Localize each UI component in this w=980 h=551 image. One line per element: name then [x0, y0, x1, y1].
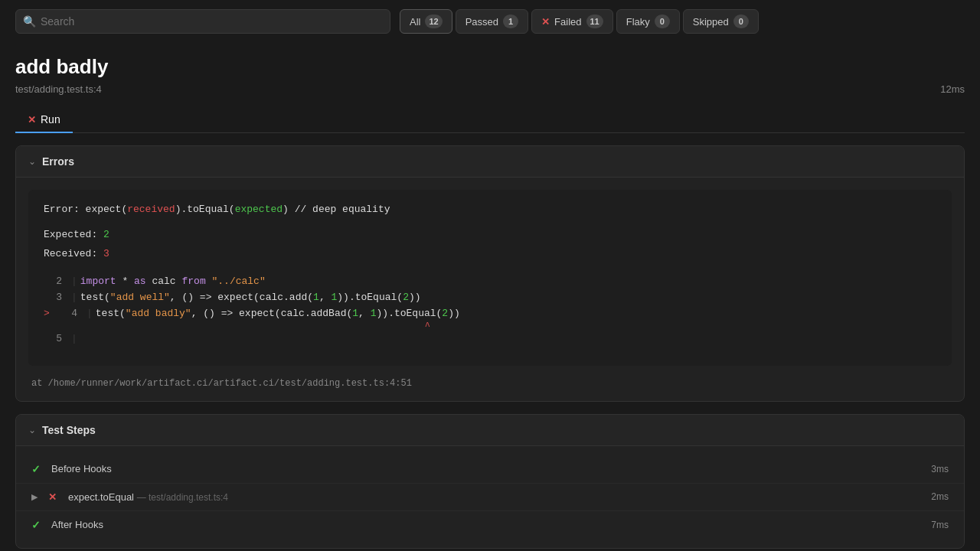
errors-section: ⌄ Errors Error: expect(received).toEqual… [15, 145, 965, 402]
line-content-3: test("add well", () => expect(calc.add(1… [80, 290, 936, 306]
step-before-hooks: ✓ Before Hooks 3ms [16, 455, 964, 484]
pipe-5: | [71, 331, 77, 347]
caret-indicator: ^ [96, 322, 936, 331]
expected-keyword: expected [235, 204, 283, 215]
step-expect-chevron-icon: ▶ [31, 492, 41, 502]
search-container: 🔍 [15, 9, 390, 34]
code-line-2: 2 | import * as calc from "../calc" [44, 274, 936, 290]
filter-skipped-button[interactable]: Skipped 0 [683, 9, 759, 34]
errors-section-title: Errors [42, 155, 74, 168]
filter-flaky-count: 0 [655, 15, 670, 28]
line-num-5: 5 [44, 331, 62, 347]
error-prefix: Error: expect( [44, 204, 127, 215]
filter-all-label: All [410, 16, 420, 28]
search-icon: 🔍 [23, 15, 36, 28]
failed-x-icon: ✕ [541, 16, 550, 28]
filter-passed-button[interactable]: Passed 1 [456, 9, 528, 34]
errors-section-header[interactable]: ⌄ Errors [16, 146, 964, 178]
filter-skipped-label: Skipped [693, 16, 729, 28]
import-path: "../calc" [212, 276, 266, 287]
step-before-hooks-duration: 3ms [931, 464, 949, 474]
toolbar: 🔍 All 12 Passed 1 ✕ Failed 11 Flaky 0 Sk… [0, 0, 980, 43]
line-num-4: 4 [59, 306, 77, 322]
test-title: add badly [15, 55, 965, 79]
test-steps-section-title: Test Steps [42, 424, 96, 436]
step-after-hooks-pass-icon: ✓ [31, 519, 44, 531]
error-code-block: Error: expect(received).toEqual(expected… [28, 190, 952, 366]
step-expect-fail-icon: ✕ [48, 491, 60, 503]
step-after-hooks: ✓ After Hooks 7ms [16, 511, 964, 539]
steps-list: ✓ Before Hooks 3ms ▶ ✕ expect.toEqual — … [16, 446, 964, 548]
import-kw: import [80, 276, 116, 287]
received-label: Received: [44, 248, 103, 259]
code-line-3: 3 | test("add well", () => expect(calc.a… [44, 290, 936, 306]
step-expect-label: expect.toEqual — test/adding.test.ts:4 [68, 491, 923, 503]
filter-passed-count: 1 [503, 15, 518, 28]
error-mid: ).toEqual( [175, 204, 235, 215]
step-after-hooks-duration: 7ms [931, 520, 949, 530]
received-keyword: received [127, 204, 175, 215]
error-suffix: ) // deep equality [283, 204, 390, 215]
step-expect-duration: 2ms [931, 491, 949, 502]
test-steps-section: ⌄ Test Steps ✓ Before Hooks 3ms ▶ ✕ expe… [15, 414, 965, 549]
expected-value: 2 [103, 229, 109, 240]
received-value: 3 [103, 248, 109, 259]
pipe-2: | [71, 274, 77, 290]
filter-failed-count: 11 [586, 15, 603, 28]
filter-flaky-label: Flaky [626, 16, 650, 28]
test-steps-section-header[interactable]: ⌄ Test Steps [16, 415, 964, 446]
line-num-3: 3 [44, 290, 62, 306]
errors-chevron-icon: ⌄ [28, 156, 36, 167]
tab-run-x-icon: ✕ [28, 114, 36, 126]
tab-run-label: Run [41, 113, 60, 126]
code-line-4: > 4 | test("add badly", () => expect(cal… [44, 306, 936, 331]
filter-failed-label: Failed [554, 16, 581, 28]
filter-skipped-count: 0 [733, 15, 749, 28]
pipe-3: | [71, 290, 77, 306]
filter-all-button[interactable]: All 12 [400, 9, 452, 34]
line-content-4: test("add badly", () => expect(calc.addB… [96, 306, 936, 331]
filter-buttons: All 12 Passed 1 ✕ Failed 11 Flaky 0 Skip… [400, 9, 759, 34]
main-content: add badly test/adding.test.ts:4 12ms ✕ R… [0, 43, 980, 551]
test-steps-chevron-icon: ⌄ [28, 425, 36, 435]
step-before-hooks-label: Before Hooks [51, 463, 923, 474]
step-expect-toequal[interactable]: ▶ ✕ expect.toEqual — test/adding.test.ts… [16, 484, 964, 511]
test-duration: 12ms [940, 83, 965, 95]
as-kw: as [134, 276, 146, 287]
line-content-5 [80, 331, 936, 347]
test-file: test/adding.test.ts:4 [15, 83, 102, 95]
filter-all-count: 12 [425, 15, 442, 28]
filter-failed-button[interactable]: ✕ Failed 11 [531, 9, 613, 34]
test-meta: test/adding.test.ts:4 12ms [15, 83, 965, 95]
at-path: at /home/runner/work/artifact.ci/artifac… [16, 378, 964, 401]
received-line: Received: 3 [44, 246, 936, 262]
pipe-4: | [87, 306, 93, 322]
step-before-hooks-pass-icon: ✓ [31, 463, 44, 475]
filter-passed-label: Passed [466, 16, 498, 28]
line-content-2: import * as calc from "../calc" [80, 274, 936, 290]
line-num-2: 2 [44, 274, 62, 290]
filter-flaky-button[interactable]: Flaky 0 [616, 9, 680, 34]
error-main-line: Error: expect(received).toEqual(expected… [44, 202, 936, 218]
tabs: ✕ Run [15, 107, 965, 133]
expected-line: Expected: 2 [44, 227, 936, 243]
tab-run[interactable]: ✕ Run [15, 107, 73, 133]
code-line-5: 5 | [44, 331, 936, 347]
from-kw: from [181, 276, 205, 287]
expected-label: Expected: [44, 229, 103, 240]
search-input[interactable] [15, 9, 390, 34]
line-arrow-4: > [44, 306, 56, 322]
step-expect-sub: — test/adding.test.ts:4 [137, 492, 228, 503]
step-after-hooks-label: After Hooks [51, 519, 923, 530]
